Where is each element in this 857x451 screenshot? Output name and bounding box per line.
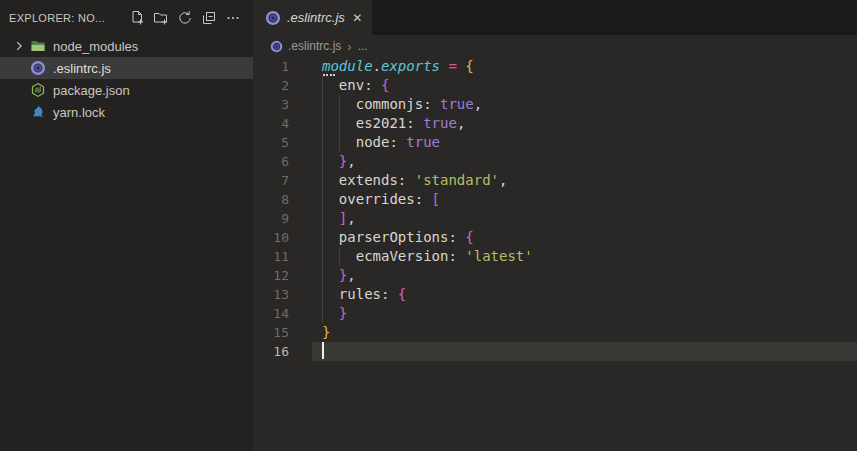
file-tree-item-package-json[interactable]: package.json bbox=[0, 79, 253, 101]
code-line: 3 commonjs: true, bbox=[253, 95, 857, 114]
close-icon[interactable]: ✕ bbox=[351, 11, 364, 25]
code-line-text[interactable]: extends: 'standard', bbox=[312, 171, 857, 190]
line-number: 8 bbox=[253, 190, 289, 209]
code-line-text[interactable]: module.exports = { bbox=[312, 57, 857, 76]
collapse-all-button[interactable] bbox=[199, 8, 219, 28]
code-line-text[interactable]: overrides: [ bbox=[312, 190, 857, 209]
tab-label: .eslintrc.js bbox=[287, 10, 345, 25]
file-name: node_modules bbox=[53, 39, 138, 54]
editor-group: .eslintrc.js ✕ .eslintrc.js › ... 1modul… bbox=[253, 0, 857, 451]
file-tree: node_modules.eslintrc.jspackage.jsonyarn… bbox=[0, 35, 253, 123]
line-number: 13 bbox=[253, 285, 289, 304]
vscode-window: EXPLORER: NO... node_modules.eslintrc.js… bbox=[0, 0, 857, 451]
line-number: 14 bbox=[253, 304, 289, 323]
code-line: 1module.exports = { bbox=[253, 57, 857, 76]
chevron-right-icon[interactable] bbox=[11, 38, 27, 54]
code-line: 8 overrides: [ bbox=[253, 190, 857, 209]
code-line-text[interactable]: env: { bbox=[312, 76, 857, 95]
code-editor[interactable]: 1module.exports = {2 env: {3 commonjs: t… bbox=[253, 57, 857, 451]
code-line-text[interactable]: rules: { bbox=[312, 285, 857, 304]
text-cursor bbox=[322, 342, 324, 359]
code-line: 9 ], bbox=[253, 209, 857, 228]
code-line-text[interactable]: } bbox=[312, 323, 857, 342]
new-file-button[interactable] bbox=[127, 8, 147, 28]
code-line-text[interactable]: commonjs: true, bbox=[312, 95, 857, 114]
code-line: 13 rules: { bbox=[253, 285, 857, 304]
file-name: yarn.lock bbox=[53, 105, 105, 120]
file-tree-item-node-modules[interactable]: node_modules bbox=[0, 35, 253, 57]
file-name: .eslintrc.js bbox=[53, 61, 111, 76]
breadcrumb-file[interactable]: .eslintrc.js bbox=[270, 39, 341, 53]
code-line-text[interactable]: ecmaVersion: 'latest' bbox=[312, 247, 857, 266]
code-line: 16 bbox=[253, 342, 857, 361]
folder-icon bbox=[30, 38, 46, 54]
new-folder-button[interactable] bbox=[151, 8, 171, 28]
yarn-icon bbox=[30, 104, 46, 120]
code-line: 12 }, bbox=[253, 266, 857, 285]
explorer-actions bbox=[127, 8, 243, 28]
code-line: 6 }, bbox=[253, 152, 857, 171]
breadcrumb: .eslintrc.js › ... bbox=[253, 35, 857, 57]
line-number: 5 bbox=[253, 133, 289, 152]
eslint-icon bbox=[270, 40, 283, 53]
line-number: 3 bbox=[253, 95, 289, 114]
code-line-text[interactable]: ], bbox=[312, 209, 857, 228]
line-number: 7 bbox=[253, 171, 289, 190]
code-lines: 1module.exports = {2 env: {3 commonjs: t… bbox=[253, 57, 857, 361]
npm-icon bbox=[30, 82, 46, 98]
line-number: 9 bbox=[253, 209, 289, 228]
explorer-header: EXPLORER: NO... bbox=[0, 0, 253, 35]
line-number: 16 bbox=[253, 342, 289, 361]
line-number: 1 bbox=[253, 57, 289, 76]
eslint-icon bbox=[30, 60, 46, 76]
tab-eslintrc[interactable]: .eslintrc.js ✕ bbox=[253, 0, 372, 35]
breadcrumb-symbol[interactable]: ... bbox=[358, 39, 368, 53]
code-line-text[interactable] bbox=[312, 342, 857, 361]
explorer-title: EXPLORER: NO... bbox=[9, 12, 105, 24]
code-line-text[interactable]: parserOptions: { bbox=[312, 228, 857, 247]
line-number: 2 bbox=[253, 76, 289, 95]
code-line: 7 extends: 'standard', bbox=[253, 171, 857, 190]
code-line: 2 env: { bbox=[253, 76, 857, 95]
code-line-text[interactable]: } bbox=[312, 304, 857, 323]
code-line: 11 ecmaVersion: 'latest' bbox=[253, 247, 857, 266]
code-line-text[interactable]: }, bbox=[312, 152, 857, 171]
tab-bar: .eslintrc.js ✕ bbox=[253, 0, 857, 35]
indent-guide bbox=[339, 95, 340, 152]
indent-guide bbox=[339, 247, 340, 266]
file-name: package.json bbox=[53, 83, 130, 98]
line-number: 15 bbox=[253, 323, 289, 342]
file-tree-item--eslintrc-js[interactable]: .eslintrc.js bbox=[0, 57, 253, 79]
line-number: 4 bbox=[253, 114, 289, 133]
code-line-text[interactable]: }, bbox=[312, 266, 857, 285]
eslint-icon bbox=[265, 10, 281, 26]
line-number: 11 bbox=[253, 247, 289, 266]
more-actions-button[interactable] bbox=[223, 8, 243, 28]
explorer-sidebar: EXPLORER: NO... node_modules.eslintrc.js… bbox=[0, 0, 253, 451]
indent-guide bbox=[322, 76, 323, 323]
refresh-button[interactable] bbox=[175, 8, 195, 28]
chevron-right-icon: › bbox=[347, 39, 351, 54]
code-line: 4 es2021: true, bbox=[253, 114, 857, 133]
file-tree-item-yarn-lock[interactable]: yarn.lock bbox=[0, 101, 253, 123]
code-line: 15} bbox=[253, 323, 857, 342]
breadcrumb-file-label: .eslintrc.js bbox=[288, 39, 341, 53]
code-line-text[interactable]: node: true bbox=[312, 133, 857, 152]
code-line-text[interactable]: es2021: true, bbox=[312, 114, 857, 133]
line-number: 12 bbox=[253, 266, 289, 285]
code-line: 10 parserOptions: { bbox=[253, 228, 857, 247]
line-number: 6 bbox=[253, 152, 289, 171]
code-line: 14 } bbox=[253, 304, 857, 323]
line-number: 10 bbox=[253, 228, 289, 247]
code-line: 5 node: true bbox=[253, 133, 857, 152]
